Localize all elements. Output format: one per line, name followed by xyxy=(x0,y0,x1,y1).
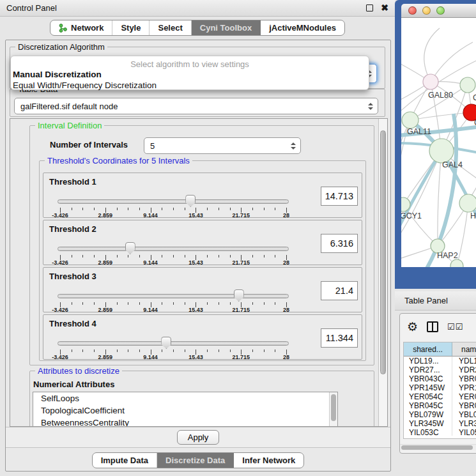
threshold-value-input[interactable] xyxy=(321,281,358,300)
minimize-traffic-light-icon[interactable] xyxy=(422,6,431,15)
float-window-icon[interactable] xyxy=(366,4,373,12)
dropdown-option-manual[interactable]: Manual Discretization xyxy=(11,69,369,80)
network-canvas[interactable]: GAL80GACGAL11GAL4GCY1HHAP2 xyxy=(401,18,476,267)
apply-button[interactable]: Apply xyxy=(177,430,219,445)
cell-shared-name[interactable]: YDL19... xyxy=(404,357,452,365)
cell-shared-name[interactable]: YPR145W xyxy=(404,383,452,392)
cell-shared-name[interactable]: YBR045C xyxy=(404,401,452,410)
table-row[interactable]: YBL079WYBL079W xyxy=(404,410,476,419)
tab-network[interactable]: Network xyxy=(50,20,112,35)
cell-name[interactable]: YLR345W xyxy=(452,419,476,428)
network-node-green[interactable] xyxy=(459,194,476,212)
cell-shared-name[interactable]: YER054C xyxy=(404,392,452,401)
panel-scrollbar-thumb[interactable] xyxy=(380,130,386,374)
cell-name[interactable]: YDR27... xyxy=(452,365,476,374)
table-row[interactable]: YBR043CYBR043C xyxy=(404,374,476,383)
table-row[interactable]: YPR145WYPR145W xyxy=(404,383,476,392)
threshold-value-input[interactable] xyxy=(321,187,358,206)
table-row[interactable]: YLR345WYLR345W xyxy=(404,419,476,428)
gear-icon[interactable]: ⚙ xyxy=(407,321,418,333)
cell-name[interactable]: YBR045C xyxy=(452,401,476,410)
network-edge[interactable] xyxy=(424,28,440,82)
network-node-green[interactable] xyxy=(460,77,475,93)
network-node-green[interactable] xyxy=(402,112,418,128)
table-row[interactable]: YIL053CYIL053C xyxy=(404,428,476,436)
cell-name[interactable]: YIL053C xyxy=(452,428,476,436)
column-header-shared-name[interactable]: shared... xyxy=(404,342,452,357)
cell-name[interactable]: YER054C xyxy=(452,392,476,401)
threshold-slider[interactable]: -3.4262.8599.14415.4321.71528 xyxy=(58,194,289,219)
slider-handle[interactable] xyxy=(185,195,196,207)
cell-shared-name[interactable]: YIL053C xyxy=(404,428,452,436)
cell-shared-name[interactable]: YBR043C xyxy=(404,374,452,383)
threshold-slider[interactable]: -3.4262.8599.14415.4321.71528 xyxy=(58,289,289,313)
table-row[interactable]: YER054CYER054C xyxy=(404,392,476,401)
slider-tick-labels: -3.4262.8599.14415.4321.71528 xyxy=(60,307,286,313)
slider-handle[interactable] xyxy=(125,242,135,254)
combo-arrows-icon[interactable] xyxy=(290,142,296,150)
table-row[interactable]: YDR27...YDR27... xyxy=(404,365,476,374)
tick-label: 9.144 xyxy=(143,259,158,266)
cell-shared-name[interactable]: YBL079W xyxy=(404,410,452,419)
slider-track[interactable] xyxy=(58,247,289,251)
tick-label: 21.715 xyxy=(232,212,250,219)
network-window-titlebar[interactable] xyxy=(401,4,476,18)
column-header-name[interactable]: name xyxy=(452,342,476,357)
threshold-value-input[interactable] xyxy=(321,234,358,253)
network-window: GAL80GACGAL11GAL4GCY1HHAP2 xyxy=(395,0,476,289)
network-edge[interactable] xyxy=(431,42,473,82)
tab-jactivemnodules[interactable]: jActiveMNodules xyxy=(261,20,344,35)
split-view-icon[interactable] xyxy=(427,321,438,332)
cell-name[interactable]: YBR043C xyxy=(452,374,476,383)
slider-handle[interactable] xyxy=(234,289,244,302)
cell-shared-name[interactable]: YDR27... xyxy=(404,365,452,374)
numerical-attributes-list[interactable]: SelfLoopsTopologicalCoefficientBetweenne… xyxy=(33,392,338,427)
network-edge[interactable] xyxy=(410,112,472,120)
network-node-pink[interactable] xyxy=(423,74,438,89)
attribute-list-item[interactable]: TopologicalCoefficient xyxy=(33,404,337,417)
zoom-traffic-light-icon[interactable] xyxy=(436,6,445,15)
table-toolbar: ⚙ ☑☑ xyxy=(400,314,476,339)
tab-select[interactable]: Select xyxy=(150,20,191,35)
tick-label: -3.426 xyxy=(52,212,68,219)
tab-infer-network[interactable]: Infer Network xyxy=(234,453,303,468)
tab-style-label: Style xyxy=(121,23,141,33)
table-data-combobox[interactable]: galFiltered.sif default node xyxy=(14,98,378,114)
tab-impute-data[interactable]: Impute Data xyxy=(93,453,157,468)
threshold-value-input[interactable] xyxy=(321,328,358,348)
tab-style[interactable]: Style xyxy=(112,20,150,35)
attribute-list-item[interactable]: SelfLoops xyxy=(33,392,337,404)
list-scrollbar-thumb[interactable] xyxy=(331,394,336,421)
tab-cyni-toolbox[interactable]: Cyni Toolbox xyxy=(192,20,261,35)
select-columns-icon[interactable]: ☑☑ xyxy=(447,322,463,332)
slider-handle[interactable] xyxy=(161,337,171,349)
table-hscrollbar-thumb[interactable] xyxy=(401,445,473,450)
slider-track[interactable] xyxy=(58,341,289,346)
network-node-label: GAL11 xyxy=(407,127,431,136)
tick-label: 28 xyxy=(283,212,289,219)
slider-track[interactable] xyxy=(58,294,289,298)
close-traffic-light-icon[interactable] xyxy=(408,6,417,15)
network-node-green[interactable] xyxy=(450,259,463,267)
table-row[interactable]: YDL19...YDL19... xyxy=(404,357,476,365)
cell-name[interactable]: YPR145W xyxy=(452,383,476,392)
slider-track[interactable] xyxy=(58,199,289,204)
list-scrollbar[interactable] xyxy=(329,392,337,427)
number-of-intervals-combobox[interactable]: 5 xyxy=(144,137,301,154)
close-icon[interactable]: ✖ xyxy=(381,4,388,12)
dropdown-prompt: Select algorithm to view settings xyxy=(11,56,369,69)
attribute-list-item[interactable]: BetweennessCentrality xyxy=(33,417,337,427)
tab-discretize-data[interactable]: Discretize Data xyxy=(157,453,234,468)
cell-name[interactable]: YBL079W xyxy=(452,410,476,419)
panel-scrollbar[interactable] xyxy=(378,119,387,426)
cell-shared-name[interactable]: YLR345W xyxy=(404,419,452,428)
cell-name[interactable]: YDL19... xyxy=(452,357,476,365)
table-row[interactable]: YBR045CYBR045C xyxy=(404,401,476,410)
table-hscrollbar[interactable] xyxy=(400,444,476,450)
threshold-slider[interactable]: -3.4262.8599.14415.4321.71528 xyxy=(58,242,289,266)
network-node-green[interactable] xyxy=(429,139,454,163)
discretization-algorithm-group-title: Discretization Algorithm xyxy=(15,42,107,52)
dropdown-option-equal-width[interactable]: Equal Width/Frequency Discretization xyxy=(11,80,369,91)
threshold-slider[interactable]: -3.4262.8599.14415.4321.71528 xyxy=(58,336,289,360)
combo-arrows-icon[interactable] xyxy=(367,103,373,110)
